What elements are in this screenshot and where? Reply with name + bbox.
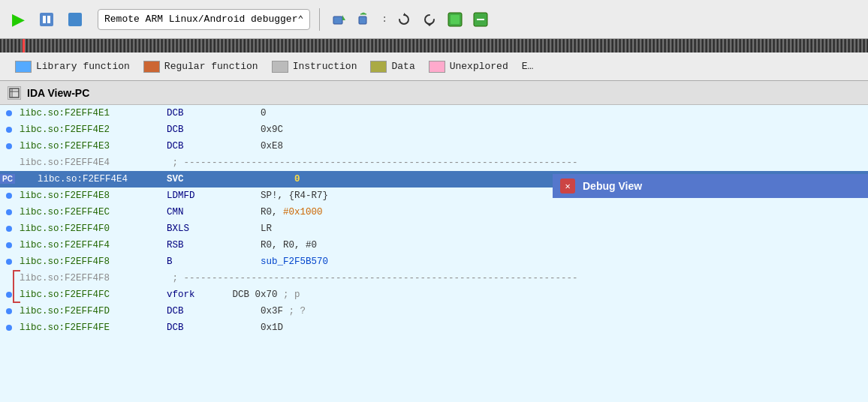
regular-function-swatch [143,61,160,73]
library-function-label: Library function [36,61,130,72]
breakpoint-dot[interactable] [2,127,17,133]
data-swatch [370,61,387,73]
debugger-dropdown[interactable]: Remote ARM Linux/Android debugger ⌃ [98,9,310,30]
mnemonic: LDMFD [167,190,227,201]
breakpoint-dot[interactable] [2,193,17,199]
address: libc.so:F2EFF4F4 [17,240,167,250]
operand: R0, #0x1000 [227,207,323,218]
timeline-bar [0,39,868,52]
debug-icon-2[interactable] [354,9,375,30]
table-row: libc.so:F2EFF4F0 BXLS LR [0,220,868,237]
mnemonic: DCB [167,141,227,152]
operand: DCB 0x70 ; p [227,290,300,300]
debug-view-title: Debug View [583,180,642,192]
table-row: libc.so:F2EFF4E4 ; ---------------------… [0,154,868,171]
separator-text: ; --------------------------------------… [167,273,578,284]
debug-view-panel: ✕ Debug View [553,174,868,198]
address: libc.so:F2EFF4EC [17,207,167,218]
operand: R0, R0, #0 [227,240,317,250]
mnemonic: BXLS [167,224,227,234]
code-area[interactable]: libc.so:F2EFF4E1 DCB 0 libc.so:F2EFF4E2 … [0,105,868,402]
ida-view-header: IDA View-PC [0,81,868,105]
breakpoint-dot[interactable] [2,110,17,116]
play-icon: ▶ [12,10,25,29]
svg-marker-7 [426,23,432,26]
svg-rect-1 [47,16,50,23]
address: libc.so:F2EFF4F8 [17,273,167,284]
dropdown-arrow-icon: ⌃ [297,14,303,26]
address: libc.so:F2EFF4E4 [17,174,167,184]
legend-data: Data [370,61,414,73]
unexplored-swatch [429,61,445,73]
debug-icon-1[interactable] [329,9,350,30]
ida-view-title: IDA View-PC [27,87,89,99]
separator-colon: : [380,14,389,25]
address: libc.so:F2EFF4FD [17,306,167,316]
address: libc.so:F2EFF4E1 [17,108,167,118]
operand: 0x9C [227,124,283,135]
address: libc.so:F2EFF4E2 [17,124,167,135]
debug-icon-6[interactable] [470,9,491,30]
toolbar-separator-1 [319,8,320,31]
operand: LR [227,224,272,234]
breakpoint-dot[interactable] [2,209,17,215]
address: libc.so:F2EFF4E8 [17,190,167,201]
table-row: libc.so:F2EFF4FC vfork DCB 0x70 ; p [0,286,868,303]
table-row: libc.so:F2EFF4F8 ; ---------------------… [0,270,868,286]
svg-rect-9 [451,15,460,24]
breakpoint-dot[interactable] [2,259,17,265]
debug-step-into[interactable] [419,9,440,30]
mnemonic: RSB [167,240,227,250]
legend-extra-label: E… [522,61,534,72]
pause-icon [40,13,53,26]
table-row: libc.so:F2EFF4F8 B sub_F2F5B570 [0,254,868,270]
play-button[interactable]: ▶ [6,8,30,32]
address: libc.so:F2EFF4E3 [17,141,167,152]
svg-rect-4 [359,16,366,24]
address: libc.so:F2EFF4F8 [17,256,167,267]
table-row: libc.so:F2EFF4E3 DCB 0xE8 [0,138,868,154]
table-row: libc.so:F2EFF4F4 RSB R0, R0, #0 [0,237,868,254]
table-row: libc.so:F2EFF4EC CMN R0, #0x1000 [0,204,868,220]
library-function-swatch [15,61,32,73]
legend-regular-function: Regular function [143,61,258,73]
mnemonic: B [167,256,227,267]
mnemonic: DCB [167,306,227,316]
ida-view: IDA View-PC libc.so:F2EFF4E1 DCB 0 libc.… [0,81,868,402]
breakpoint-dot[interactable] [2,308,17,314]
ida-view-icon [8,86,21,100]
mnemonic: DCB [167,322,227,333]
debugger-name: Remote ARM Linux/Android debugger [104,14,297,25]
operand: 0x1D [227,322,283,333]
debug-icon-5[interactable] [445,9,466,30]
debug-step-over[interactable] [393,9,414,30]
mnemonic: DCB [167,108,227,118]
operand: SP!, {R4-R7} [227,190,328,201]
address: libc.so:F2EFF4E4 [17,158,167,168]
operand: 0xE8 [227,141,283,152]
svg-marker-5 [360,13,366,14]
mnemonic: DCB [167,124,227,135]
operand: 0 [227,108,267,118]
stop-icon [68,13,82,26]
debug-view-close-button[interactable]: ✕ [560,178,575,194]
breakpoint-dot[interactable] [2,242,17,248]
breakpoint-dot[interactable] [2,325,17,331]
address: libc.so:F2EFF4FE [17,322,167,333]
table-row: libc.so:F2EFF4FE DCB 0x1D [0,320,868,336]
regular-function-label: Regular function [164,61,258,72]
pc-indicator: PC [0,174,15,184]
table-row: libc.so:F2EFF4E2 DCB 0x9C [0,122,868,138]
stop-button[interactable] [63,8,87,32]
mnemonic: SVC [167,174,227,184]
mnemonic: vfork [167,290,227,300]
toolbar: ▶ Remote ARM Linux/Android debugger ⌃ : [0,0,868,39]
address: libc.so:F2EFF4FC [17,290,167,300]
breakpoint-dot[interactable] [2,226,17,232]
pause-button[interactable] [35,8,59,32]
svg-rect-0 [43,16,46,23]
breakpoint-dot[interactable] [2,143,17,149]
operand: 0x3F ; ? [227,306,306,316]
data-label: Data [391,61,414,72]
legend-bar: Library function Regular function Instru… [0,52,868,81]
